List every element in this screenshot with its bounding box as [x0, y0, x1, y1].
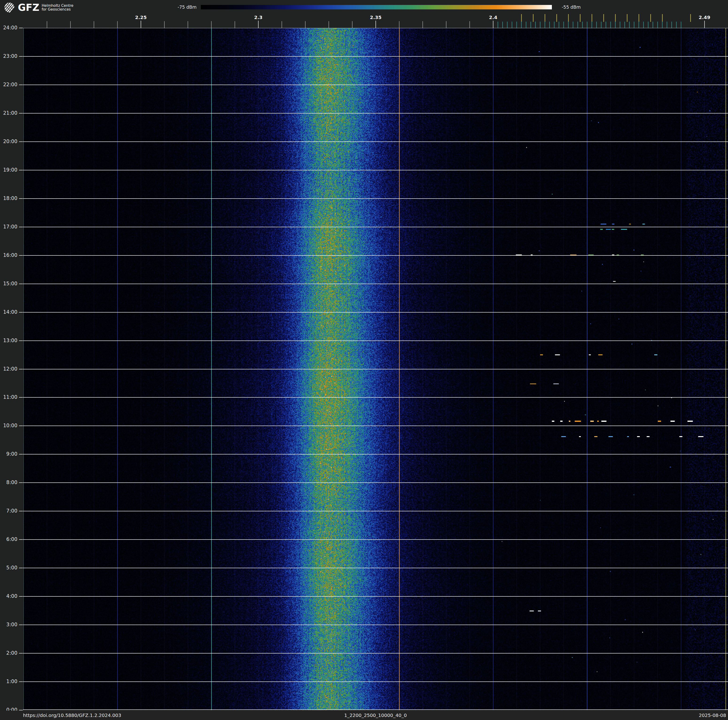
freq-minor-tick — [399, 21, 399, 28]
hour-tick — [19, 170, 23, 170]
ble-channel-tick — [521, 21, 522, 28]
hour-label: 7:00 — [0, 508, 17, 514]
freq-minor-tick — [211, 21, 212, 28]
hour-label: 20:00 — [0, 139, 17, 144]
hour-tick — [19, 397, 23, 398]
freq-minor-tick — [258, 21, 258, 28]
hour-label: 6:00 — [0, 536, 17, 542]
freq-minor-tick — [305, 21, 306, 28]
ble-channel-tick — [671, 21, 672, 28]
ble-channel-tick — [516, 21, 517, 28]
hour-label: 10:00 — [0, 423, 17, 428]
gfz-globe-icon — [4, 2, 15, 13]
hour-label: 21:00 — [0, 110, 17, 116]
hour-label: 19:00 — [0, 167, 17, 173]
wifi-channel-tick — [556, 14, 557, 22]
colorbar — [201, 5, 552, 9]
freq-minor-tick — [376, 21, 376, 28]
wifi-channel-tick — [627, 14, 627, 22]
freq-minor-tick — [470, 21, 470, 28]
hour-tick — [19, 198, 23, 199]
freq-minor-tick — [235, 21, 235, 28]
ble-channel-tick — [587, 21, 587, 28]
ble-channel-tick — [648, 21, 648, 28]
freq-minor-tick — [94, 21, 94, 28]
hour-label: 8:00 — [0, 479, 17, 485]
hour-tick — [19, 710, 23, 710]
hour-label: 1:00 — [0, 679, 17, 684]
hour-tick — [19, 312, 23, 313]
logo-text: GFZ — [18, 2, 39, 13]
ble-channel-tick — [657, 21, 658, 28]
hour-tick — [19, 340, 23, 341]
freq-tick-label: 2.49 — [694, 15, 715, 20]
ble-channel-tick — [544, 21, 545, 28]
hour-tick — [19, 653, 23, 654]
footer-date: 2025-08-08 — [699, 712, 726, 718]
ble-channel-tick — [610, 21, 611, 28]
wifi-channel-tick — [639, 14, 639, 22]
ble-channel-tick — [681, 21, 681, 28]
hour-tick — [19, 369, 23, 369]
freq-major-tick — [704, 21, 705, 28]
logo-subtitle-line2: for Geosciences — [41, 8, 73, 11]
hour-label: 15:00 — [0, 281, 17, 286]
ble-channel-tick — [592, 21, 592, 28]
ble-channel-tick — [624, 21, 625, 28]
hour-label: 5:00 — [0, 565, 17, 571]
ble-channel-tick — [582, 21, 583, 28]
freq-tick-label: 2.3 — [248, 15, 269, 20]
freq-minor-tick — [164, 21, 165, 28]
gfz-logo: GFZ Helmholtz Centre for Geosciences — [4, 2, 84, 14]
hour-tick — [19, 483, 23, 483]
freq-minor-tick — [188, 21, 188, 28]
hour-label: 22:00 — [0, 82, 17, 87]
ble-channel-tick — [653, 21, 653, 28]
ble-channel-tick — [620, 21, 620, 28]
ble-channel-tick — [629, 21, 630, 28]
ble-channel-tick — [554, 21, 554, 28]
ble-channel-tick — [662, 21, 662, 28]
wifi-channel-tick — [580, 14, 581, 22]
ble-channel-tick — [568, 21, 569, 28]
hour-tick — [19, 454, 23, 455]
ble-channel-tick — [634, 21, 634, 28]
hour-tick — [19, 84, 23, 85]
wifi-channel-tick — [662, 14, 663, 22]
freq-minor-tick — [352, 21, 352, 28]
ble-channel-tick — [596, 21, 597, 28]
ble-channel-tick — [615, 21, 615, 28]
hour-label: 13:00 — [0, 338, 17, 343]
ble-channel-tick — [512, 21, 512, 28]
freq-minor-tick — [281, 21, 282, 28]
hour-tick — [19, 113, 23, 113]
ble-channel-tick — [643, 21, 644, 28]
ble-channel-tick — [639, 21, 639, 28]
ble-channel-tick — [667, 21, 667, 28]
wifi-channel-tick — [690, 14, 691, 22]
wifi-channel-tick — [650, 14, 651, 22]
wifi-channel-tick — [603, 14, 604, 22]
hour-label: 17:00 — [0, 224, 17, 230]
colorbar-max-label: -55 dBm — [562, 5, 581, 9]
hour-label: 16:00 — [0, 252, 17, 258]
hour-label: 12:00 — [0, 366, 17, 372]
hour-label: 3:00 — [0, 622, 17, 627]
ble-channel-tick — [606, 21, 606, 28]
footer-dataset-id: 1_2200_2500_10000_40_0 — [23, 712, 728, 718]
hour-tick — [19, 28, 23, 28]
ble-channel-tick — [531, 21, 531, 28]
freq-minor-tick — [70, 21, 71, 28]
hour-label: 23:00 — [0, 54, 17, 59]
hour-label: 14:00 — [0, 309, 17, 315]
hour-tick — [19, 141, 23, 142]
freq-major-tick — [141, 21, 141, 28]
ble-channel-tick — [601, 21, 601, 28]
hour-label: 11:00 — [0, 394, 17, 400]
hour-label: 9:00 — [0, 451, 17, 457]
spectrogram-canvas — [23, 28, 728, 710]
ble-channel-tick — [549, 21, 550, 28]
ble-channel-tick — [540, 21, 540, 28]
freq-minor-tick — [47, 21, 47, 28]
freq-major-tick — [493, 21, 493, 28]
